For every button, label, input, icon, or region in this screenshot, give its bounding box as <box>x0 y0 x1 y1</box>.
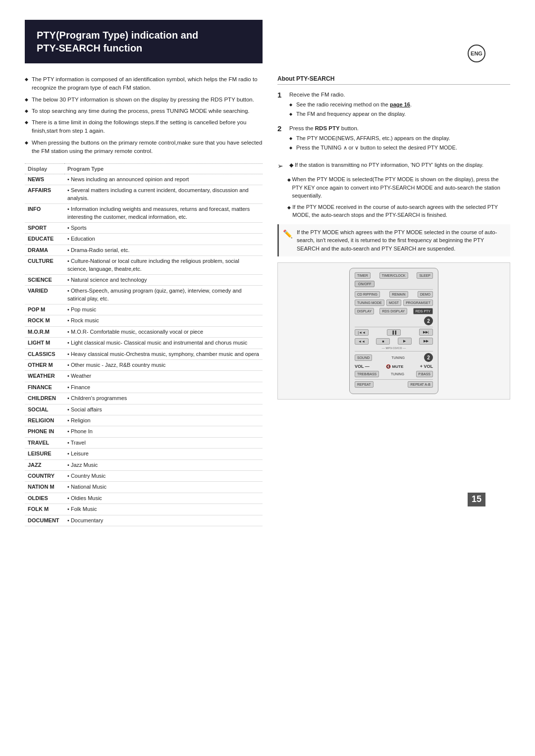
step-2-content: Press the RDS PTY button. The PTY MODE(N… <box>289 124 510 153</box>
remote-btn-stop: ■ <box>376 338 390 345</box>
table-cell-display: SPORT <box>25 222 64 233</box>
remote-row-4: TUNING MODE MOST PROGRAMSET <box>355 300 433 306</box>
table-row: CLASSICS• Heavy classical music-Orchestr… <box>25 349 263 359</box>
remote-btn-programset: PROGRAMSET <box>403 300 433 306</box>
table-cell-display: INFO <box>25 204 64 223</box>
table-row: LEISURE• Leisure <box>25 449 263 459</box>
remote-btn-fwd: ▶▶ <box>419 338 433 345</box>
col-program: Program Type <box>64 164 263 174</box>
page-header: PTY(Program Type) indication and PTY-SEA… <box>25 20 263 63</box>
table-row: M.O.R.M• M.O.R- Comfortable music, occas… <box>25 326 263 337</box>
table-row: DOCUMENT• Documentary <box>25 515 263 526</box>
table-cell-program: • Culture-National or local culture incl… <box>64 256 263 275</box>
page-number: 15 <box>468 493 485 506</box>
table-cell-program: • Several matters including a current in… <box>64 185 263 204</box>
remote-container: TIMER TIMER/CLOCK SLEEP ON/OFF CD RIPPIN… <box>277 262 510 400</box>
step-1-bullet-0: See the radio receiving method on the pa… <box>289 101 510 108</box>
table-cell-program: • Weather <box>64 371 263 382</box>
remote-row-vol: VOL — 🔇 MUTE + VOL <box>355 364 433 369</box>
remote-btn-remain: REMAIN <box>389 291 408 298</box>
remote-btn-repeat: REPEAT <box>355 381 374 388</box>
bullet-1: The PTY information is composed of an id… <box>25 75 263 93</box>
table-cell-program: • Others-Speech, amusing program (quiz, … <box>64 286 263 304</box>
col-display: Display <box>25 164 64 174</box>
table-cell-display: OTHER M <box>25 360 64 371</box>
table-row: SOCIAL• Social affairs <box>25 404 263 415</box>
table-cell-display: LEISURE <box>25 449 64 459</box>
remote-btn-rdspty: RDS PTY <box>413 308 433 314</box>
remote-label-tuning: TUNING <box>372 356 424 359</box>
table-cell-program: • National Music <box>64 482 263 493</box>
table-cell-display: LIGHT M <box>25 338 64 349</box>
step-2-num: 2 <box>277 124 285 153</box>
remote-row-2: ON/OFF <box>355 281 433 287</box>
table-cell-program: • Children's programmes <box>64 393 263 404</box>
table-row: SCIENCE• Natural science and technology <box>25 274 263 285</box>
table-row: OLDIES• Oldies Music <box>25 493 263 504</box>
about-pty-title: About PTY-SEARCH <box>277 75 510 85</box>
table-cell-display: POP M <box>25 304 64 315</box>
table-cell-display: SCIENCE <box>25 274 64 285</box>
table-cell-display: FOLK M <box>25 504 64 515</box>
note-text: If the PTY MODE which agrees with the PT… <box>297 228 506 253</box>
remote-row-sound: SOUND TUNING 2 <box>355 353 433 362</box>
remote-label-vol-plus: + VOL <box>420 364 433 369</box>
table-row: ROCK M• Rock music <box>25 315 263 326</box>
remote-btn-mute: 🔇 MUTE <box>386 364 403 369</box>
pty-table: Display Program Type NEWS• News includin… <box>25 163 263 526</box>
remote-btn-rdsdisplay: RDS DISPLAY <box>379 308 407 314</box>
table-cell-display: NEWS <box>25 174 64 185</box>
table-row: DRAMA• Drama-Radio serial, etc. <box>25 245 263 255</box>
table-cell-display: CULTURE <box>25 256 64 275</box>
table-cell-program: • Country Music <box>64 470 263 481</box>
table-cell-display: COUNTRY <box>25 470 64 481</box>
step-2-bullet-0: The PTY MODE(NEWS, AFFAIRS, etc.) appear… <box>289 135 510 142</box>
table-row: PHONE IN• Phone In <box>25 426 263 437</box>
table-cell-program: • Jazz Music <box>64 459 263 470</box>
table-cell-display: FINANCE <box>25 382 64 393</box>
table-row: FINANCE• Finance <box>25 382 263 393</box>
bullet-2: The below 30 PTY information is shown on… <box>25 96 263 104</box>
bullet-4: There is a time limit in doing the follo… <box>25 118 263 136</box>
table-cell-program: • Other music - Jazz, R&B country music <box>64 360 263 371</box>
table-cell-display: PHONE IN <box>25 426 64 437</box>
remote-btn-cdripping: CD RIPPING <box>355 291 380 298</box>
remote-btn-sleep: SLEEP <box>417 272 433 279</box>
table-cell-display: SOCIAL <box>25 404 64 415</box>
table-row: CHILDREN• Children's programmes <box>25 393 263 404</box>
table-cell-program: • Drama-Radio serial, etc. <box>64 245 263 255</box>
remote-btn-pause: ▐▐ <box>387 329 401 336</box>
table-row: NEWS• News including an announced opinio… <box>25 174 263 185</box>
table-cell-program: • Natural science and technology <box>64 274 263 285</box>
remote-row-3: CD RIPPING REMAIN DEMO <box>355 291 433 298</box>
table-row: RELIGION• Religion <box>25 415 263 426</box>
step-2-bullet-1: Press the TUNING ∧ or ∨ button to select… <box>289 144 510 151</box>
remote-btn-2-tuning: 2 <box>424 353 433 362</box>
remote-btn-prev: |◄◄ <box>355 329 369 336</box>
table-row: VARIED• Others-Speech, amusing program (… <box>25 286 263 304</box>
remote-btn-sound: SOUND <box>355 354 372 361</box>
table-cell-display: OLDIES <box>25 493 64 504</box>
table-cell-display: VARIED <box>25 286 64 304</box>
table-cell-program: • Social affairs <box>64 404 263 415</box>
remote-btn-rew: ◄◄ <box>355 338 369 345</box>
table-row: COUNTRY• Country Music <box>25 470 263 481</box>
step-1-main: Receive the FM radio. <box>289 91 510 99</box>
remote-control: TIMER TIMER/CLOCK SLEEP ON/OFF CD RIPPIN… <box>349 268 438 394</box>
remote-label-vol-minus: VOL — <box>355 364 370 369</box>
remote-btn-timer: TIMER <box>355 272 371 279</box>
header-title-line2: PTY-SEARCH function <box>37 43 142 53</box>
table-row: OTHER M• Other music - Jazz, R&B country… <box>25 360 263 371</box>
table-cell-program: • Pop music <box>64 304 263 315</box>
bullet-5: When pressing the buttons on the primary… <box>25 139 263 156</box>
table-cell-display: AFFAIRS <box>25 185 64 204</box>
step-1-num: 1 <box>277 91 285 119</box>
table-cell-display: NATION M <box>25 482 64 493</box>
table-cell-program: • Heavy classical music-Orchestra music,… <box>64 349 263 359</box>
table-cell-program: • Light classical music- Classical music… <box>64 338 263 349</box>
table-cell-display: TRAVEL <box>25 437 64 448</box>
step-1-content: Receive the FM radio. See the radio rece… <box>289 91 510 119</box>
table-cell-display: CLASSICS <box>25 349 64 359</box>
remote-row-bass: TREB/BASS TUNING P.BASS <box>355 371 433 377</box>
remote-btn-repeat-ab: REPEAT A-B <box>408 381 433 388</box>
